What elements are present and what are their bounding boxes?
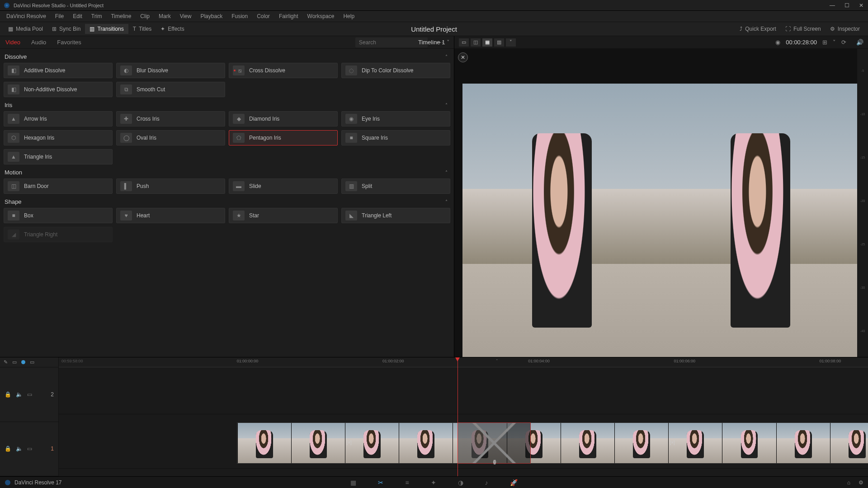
page-edit-icon[interactable]: ≡ — [405, 479, 409, 486]
menu-file[interactable]: File — [52, 12, 67, 20]
track-header-v1[interactable]: 🔒 🔈 ▭ 1 — [0, 422, 58, 477]
bypass-icon[interactable]: ⟳ — [841, 39, 846, 46]
menu-clip[interactable]: Clip — [137, 12, 153, 20]
minimize-button[interactable]: — — [829, 2, 835, 9]
menu-help[interactable]: Help — [340, 12, 358, 20]
category-dissolve[interactable]: Dissolve˄ — [4, 49, 450, 63]
project-settings-icon[interactable]: ⚙ — [859, 479, 863, 486]
viewer[interactable]: ✕ -5 -10 -15 -20 -25 -30 -40 -50 — [454, 49, 868, 396]
transition-square-iris[interactable]: ■Square Iris — [341, 130, 450, 145]
page-fairlight-icon[interactable]: ♪ — [485, 479, 488, 486]
track-enable-icon[interactable]: ▭ — [27, 391, 32, 398]
category-motion[interactable]: Motion˄ — [4, 164, 450, 178]
transition-non-additive[interactable]: ◧Non-Additive Dissolve — [4, 82, 113, 97]
transition-hexagon-iris[interactable]: ⬡Hexagon Iris — [4, 130, 113, 145]
auto-track-icon[interactable]: ✎ — [4, 359, 8, 365]
menu-workspace[interactable]: Workspace — [304, 12, 338, 20]
timeline-ruler[interactable]: 00:59:58:00 01:00:00:00 01:00:02:00 01:0… — [59, 357, 868, 367]
video-track-1[interactable]: [×] [×] ⟨·|·⟩ — [59, 414, 868, 469]
transition-on-clip[interactable]: ⟨·|·⟩ — [458, 422, 530, 464]
inspector-button[interactable]: ⚙Inspector — [826, 24, 864, 34]
track-view-icon[interactable]: ▭ — [30, 359, 34, 365]
track-enable-icon[interactable]: ▭ — [27, 446, 32, 452]
transition-diamond-iris[interactable]: ◆Diamond Iris — [229, 111, 338, 127]
transition-eye-iris[interactable]: ◉Eye Iris — [341, 111, 450, 127]
menu-color[interactable]: Color — [253, 12, 274, 20]
video-track-2[interactable] — [59, 367, 868, 414]
transition-heart[interactable]: ♥Heart — [116, 208, 225, 223]
category-shape[interactable]: Shape˄ — [4, 194, 450, 208]
page-cut-icon[interactable]: ✂ — [378, 479, 383, 486]
lock-tracks-icon[interactable]: ▭ — [12, 359, 17, 365]
transition-slide[interactable]: ▬Slide — [229, 178, 338, 194]
menu-resolve[interactable]: DaVinci Resolve — [3, 12, 50, 20]
transition-star[interactable]: ★Star — [229, 208, 338, 223]
transition-triangle-iris[interactable]: ▲Triangle Iris — [4, 149, 113, 164]
menu-fairlight[interactable]: Fairlight — [275, 12, 302, 20]
transition-oval-iris[interactable]: ◯Oval Iris — [116, 130, 225, 145]
titles-button[interactable]: TTitles — [128, 24, 156, 34]
home-icon[interactable]: ⌂ — [847, 479, 850, 486]
view-single-icon[interactable]: ▭ — [459, 38, 469, 47]
view-dropdown-icon[interactable]: ˅ — [506, 38, 516, 47]
menu-view[interactable]: View — [176, 12, 195, 20]
category-iris[interactable]: Iris˄ — [4, 97, 450, 111]
transition-box[interactable]: ■Box — [4, 208, 113, 223]
page-color-icon[interactable]: ◑ — [458, 479, 463, 486]
mute-icon[interactable]: 🔈 — [16, 446, 23, 452]
lock-icon[interactable]: 🔒 — [5, 446, 11, 452]
full-screen-button[interactable]: ⛶Full Screen — [781, 24, 826, 34]
transition-split[interactable]: ▥Split — [341, 178, 450, 194]
transition-additive-dissolve[interactable]: ◧Additive Dissolve — [4, 63, 113, 78]
view-mode-icon[interactable]: ▥ — [494, 38, 504, 47]
transition-barn-door[interactable]: ◫Barn Door — [4, 178, 113, 194]
transition-triangle-left[interactable]: ◣Triangle Left — [341, 208, 450, 223]
maximize-button[interactable]: ☐ — [844, 2, 850, 9]
transition-dip-color[interactable]: ◌Dip To Color Dissolve — [341, 63, 450, 78]
record-icon[interactable]: ◉ — [775, 39, 780, 46]
transition-cross-dissolve[interactable]: ⧅Cross Dissolve — [229, 63, 338, 78]
page-deliver-icon[interactable]: 🚀 — [510, 479, 518, 486]
speaker-icon[interactable]: 🔊 — [856, 39, 863, 46]
sync-lock-icon[interactable] — [21, 360, 25, 364]
resize-handle-icon[interactable]: ⟨·|·⟩ — [493, 459, 496, 465]
search-input[interactable] — [355, 38, 428, 47]
transition-blur-dissolve[interactable]: ◐Blur Dissolve — [116, 63, 225, 78]
effects-button[interactable]: ✦Effects — [156, 24, 189, 34]
tab-audio[interactable]: Audio — [26, 37, 52, 47]
menu-edit[interactable]: Edit — [69, 12, 86, 20]
playhead[interactable] — [458, 357, 458, 476]
transition-pentagon-iris[interactable]: ⬠Pentagon Iris — [229, 130, 338, 145]
transition-smooth-cut[interactable]: ⧉Smooth Cut — [116, 82, 225, 97]
tab-video[interactable]: Video — [0, 37, 26, 47]
transition-triangle-right[interactable]: ◢Triangle Right — [4, 227, 113, 242]
menu-playback[interactable]: Playback — [197, 12, 226, 20]
close-button[interactable]: ✕ — [858, 2, 864, 9]
track-header-v2[interactable]: 🔒 🔈 ▭ 2 — [0, 367, 58, 422]
view-dual-icon[interactable]: ◫ — [471, 38, 481, 47]
transition-cross-iris[interactable]: ✚Cross Iris — [116, 111, 225, 127]
viewer-close-icon[interactable]: ✕ — [458, 52, 468, 62]
media-pool-button[interactable]: ▦Media Pool — [4, 24, 47, 34]
menu-fusion[interactable]: Fusion — [228, 12, 251, 20]
timeline-body[interactable]: 00:59:58:00 01:00:00:00 01:00:02:00 01:0… — [59, 357, 868, 476]
transition-push[interactable]: ▌Push — [116, 178, 225, 194]
menu-mark[interactable]: Mark — [155, 12, 175, 20]
tab-favorites[interactable]: Favorites — [52, 37, 86, 47]
lock-icon[interactable]: 🔒 — [5, 391, 11, 398]
transitions-button[interactable]: ▥Transitions — [85, 24, 128, 34]
page-media-icon[interactable]: ▦ — [350, 479, 356, 486]
marker-down-icon[interactable]: ˅ — [496, 359, 498, 363]
timeline-name[interactable]: Timeline 1 — [418, 39, 450, 46]
menu-trim[interactable]: Trim — [88, 12, 106, 20]
clip-v1[interactable]: [×] [×] — [237, 422, 868, 464]
menu-timeline[interactable]: Timeline — [107, 12, 135, 20]
view-trim-icon[interactable]: ▦ — [482, 38, 492, 47]
mute-icon[interactable]: 🔈 — [16, 391, 23, 398]
tc-options-icon[interactable]: ⊞ — [822, 39, 827, 46]
transition-arrow-iris[interactable]: ▲Arrow Iris — [4, 111, 113, 127]
page-fusion-icon[interactable]: ✦ — [431, 479, 436, 486]
quick-export-button[interactable]: ⤴Quick Export — [735, 24, 781, 34]
tc-dropdown-icon[interactable]: ˅ — [833, 39, 836, 46]
sync-bin-button[interactable]: ⊞Sync Bin — [47, 24, 85, 34]
